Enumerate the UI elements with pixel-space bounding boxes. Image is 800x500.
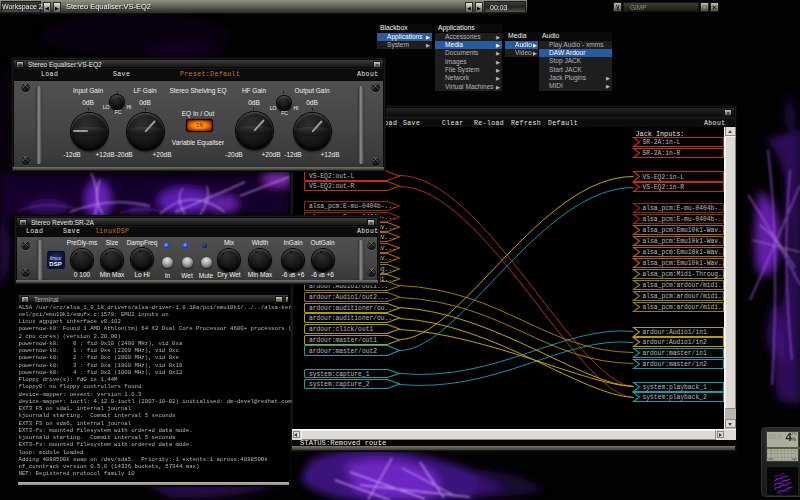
- svg-text:VS-EQ2:in-R: VS-EQ2:in-R: [642, 184, 684, 191]
- svg-text:system:playback_2: system:playback_2: [642, 394, 706, 401]
- svg-text:alsa_pcm:E-mu-0404b-...: alsa_pcm:E-mu-0404b-...: [642, 205, 724, 212]
- svg-text:ardour:master/out2: ardour:master/out2: [309, 348, 377, 355]
- svg-text:alsa_pcm:ardour/midi...: alsa_pcm:ardour/midi...: [642, 304, 724, 311]
- svg-text:alsa_pcm:Emu10k1-Wav...: alsa_pcm:Emu10k1-Wav...: [642, 260, 724, 267]
- svg-text:VS-EQ2:in-L: VS-EQ2:in-L: [642, 174, 684, 181]
- svg-text:ardour:auditioner/ou...: ardour:auditioner/ou...: [309, 315, 396, 322]
- svg-text:alsa_pcm:ardour/midi...: alsa_pcm:ardour/midi...: [642, 282, 724, 289]
- svg-text:Jack Inputs:: Jack Inputs:: [635, 130, 684, 138]
- svg-text:ardour:master/in1: ardour:master/in1: [642, 350, 706, 357]
- svg-text:SR-2A:in-R: SR-2A:in-R: [642, 150, 680, 157]
- svg-text:alsa_pcm:Emu10k1-Wav...: alsa_pcm:Emu10k1-Wav...: [642, 227, 724, 234]
- svg-text:system:capture_2: system:capture_2: [309, 381, 370, 388]
- svg-text:ardour:master/in2: ardour:master/in2: [642, 361, 706, 368]
- svg-text:alsa_pcm:Emu10k1-Wav...: alsa_pcm:Emu10k1-Wav...: [642, 238, 724, 245]
- svg-text:SR-2A:in-L: SR-2A:in-L: [642, 139, 680, 146]
- svg-text:alsa_pcm:E-mu-0404b-...: alsa_pcm:E-mu-0404b-...: [642, 216, 724, 223]
- svg-text:alsa_pcm:E-mu-0404b-...: alsa_pcm:E-mu-0404b-...: [309, 203, 396, 210]
- svg-text:ardour:master/out1: ardour:master/out1: [309, 337, 377, 344]
- svg-text:ardour:Audio1/in2: ardour:Audio1/in2: [642, 339, 706, 346]
- svg-text:system:playback_1: system:playback_1: [642, 384, 706, 391]
- svg-text:ardour:Audio1/out2...: ardour:Audio1/out2...: [309, 294, 388, 301]
- svg-text:alsa_pcm:Midi-Throug...: alsa_pcm:Midi-Throug...: [642, 271, 724, 278]
- svg-text:ardour:click/out1: ardour:click/out1: [309, 326, 373, 333]
- svg-text:system:capture_1: system:capture_1: [309, 371, 370, 378]
- svg-text:ardour:Audio1/in1: ardour:Audio1/in1: [642, 329, 706, 336]
- svg-text:alsa_pcm:ardour/midi...: alsa_pcm:ardour/midi...: [642, 293, 724, 300]
- svg-text:VS-EQ2:out-L: VS-EQ2:out-L: [309, 173, 355, 180]
- svg-text:ardour:auditioner/ou...: ardour:auditioner/ou...: [309, 305, 396, 312]
- svg-text:VS-EQ2:out-R: VS-EQ2:out-R: [309, 183, 355, 190]
- svg-text:alsa_pcm:Emu10k1-Wav...: alsa_pcm:Emu10k1-Wav...: [642, 249, 724, 256]
